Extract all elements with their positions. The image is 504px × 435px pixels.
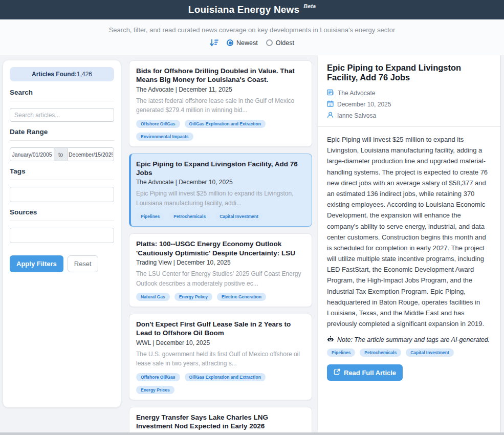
detail-source: The Advocate bbox=[338, 90, 375, 97]
sources-heading: Sources bbox=[10, 208, 114, 216]
newspaper-icon bbox=[327, 89, 334, 97]
tag-pill: Natural Gas bbox=[136, 293, 170, 301]
filters-sidebar: Articles Found:1,426 Search Date Range t… bbox=[3, 60, 121, 407]
tags-heading: Tags bbox=[10, 167, 114, 175]
divider bbox=[10, 180, 114, 180]
articles-found-count: 1,426 bbox=[77, 71, 92, 78]
articles-found-badge: Articles Found:1,426 bbox=[10, 67, 114, 81]
article-title: Energy Transfer Says Lake Charles LNG In… bbox=[136, 413, 305, 431]
article-detail-panel: Epic Piping to Expand Livingston Facilit… bbox=[317, 55, 501, 435]
article-meta: Trading View | December 10, 2025 bbox=[136, 259, 305, 266]
tag-pill: Environmental Impacts bbox=[136, 133, 193, 141]
article-card[interactable]: Epic Piping to Expand Livingston Facilit… bbox=[129, 154, 312, 227]
sort-controls: Newest Oldest bbox=[0, 39, 504, 47]
tag-pill: Petrochemicals bbox=[360, 349, 401, 357]
detail-author: Ianne Salvosa bbox=[337, 112, 376, 119]
detail-summary: Epic Piping will invest $25 million to e… bbox=[327, 134, 492, 329]
tag-pill: Petrochemicals bbox=[169, 212, 210, 221]
search-heading: Search bbox=[10, 89, 114, 96]
tag-pill: Capital Investment bbox=[406, 349, 454, 357]
reset-button[interactable]: Reset bbox=[68, 255, 98, 272]
sort-descending-icon bbox=[210, 39, 218, 47]
article-tags: Offshore Oil/GasOil/Gas Exploration and … bbox=[136, 120, 305, 141]
article-title: Don't Expect First Gulf Lease Sale in 2 … bbox=[136, 320, 305, 338]
detail-tags: PipelinesPetrochemicalsCapital Investmen… bbox=[327, 349, 492, 357]
read-full-article-button[interactable]: Read Full Article bbox=[327, 364, 403, 381]
sources-input[interactable] bbox=[10, 228, 114, 243]
article-title: Platts: 100--USGC Energy Economy Outlook… bbox=[136, 240, 305, 257]
article-title: Epic Piping to Expand Livingston Facilit… bbox=[136, 160, 305, 178]
article-card[interactable]: Bids for Offshore Drilling Doubled in Va… bbox=[129, 60, 312, 147]
robot-icon bbox=[327, 336, 334, 344]
tag-pill: Offshore Oil/Gas bbox=[136, 120, 180, 128]
tag-pill: Oil/Gas Exploration and Extraction bbox=[185, 120, 266, 128]
person-icon bbox=[327, 112, 334, 120]
article-excerpt: The LSU Center for Energy Studies' 2025 … bbox=[136, 269, 305, 288]
divider bbox=[10, 101, 114, 101]
detail-title: Epic Piping to Expand Livingston Facilit… bbox=[327, 63, 492, 82]
article-excerpt: The U.S. government held its first Gulf … bbox=[136, 350, 305, 368]
app-header: Louisiana Energy News Beta bbox=[0, 0, 504, 19]
tag-pill: Oil/Gas Exploration and Extraction bbox=[185, 373, 266, 381]
divider bbox=[318, 126, 500, 127]
date-range-heading: Date Range bbox=[10, 128, 114, 136]
tag-pill: Offshore Oil/Gas bbox=[136, 373, 180, 381]
article-card[interactable]: Don't Expect First Gulf Lease Sale in 2 … bbox=[129, 314, 312, 400]
detail-author-row: Ianne Salvosa bbox=[327, 112, 492, 120]
tag-pill: Pipelines bbox=[327, 349, 355, 357]
ai-note-row: Note: The article summary and tags are A… bbox=[327, 336, 492, 344]
detail-date-row: December 10, 2025 bbox=[327, 100, 492, 108]
article-card[interactable]: Platts: 100--USGC Energy Economy Outlook… bbox=[129, 233, 312, 307]
article-tags: Natural GasEnergy PolicyElectric Generat… bbox=[136, 293, 305, 301]
date-from-input[interactable] bbox=[10, 147, 54, 161]
divider bbox=[10, 140, 114, 141]
detail-date: December 10, 2025 bbox=[337, 101, 391, 108]
date-range-row: to bbox=[10, 147, 114, 161]
search-input[interactable] bbox=[10, 108, 114, 122]
sort-oldest-label: Oldest bbox=[276, 39, 294, 47]
article-tags: Offshore Oil/GasOil/Gas Exploration and … bbox=[136, 373, 305, 394]
article-tags: PipelinesPetrochemicalsCapital Investmen… bbox=[136, 212, 305, 221]
read-full-article-label: Read Full Article bbox=[344, 369, 396, 377]
article-excerpt: The latest federal offshore lease sale i… bbox=[136, 96, 305, 115]
sort-newest-label: Newest bbox=[236, 39, 258, 47]
radio-selected-icon bbox=[227, 39, 233, 46]
tag-pill: Electric Generation bbox=[217, 293, 266, 301]
article-card[interactable]: Energy Transfer Says Lake Charles LNG In… bbox=[129, 407, 312, 435]
date-to-label: to bbox=[54, 147, 67, 161]
article-title: Bids for Offshore Drilling Doubled in Va… bbox=[136, 67, 305, 84]
radio-unselected-icon bbox=[266, 39, 273, 46]
intro-section: Search, filter, and read curated news co… bbox=[0, 19, 504, 55]
article-list: Bids for Offshore Drilling Doubled in Va… bbox=[129, 60, 312, 435]
filter-buttons-row: Apply Filters Reset bbox=[10, 255, 114, 272]
tag-pill: Pipelines bbox=[136, 212, 164, 221]
article-excerpt: Epic Piping will invest $25 million to e… bbox=[136, 189, 305, 208]
external-link-icon bbox=[334, 368, 340, 377]
sort-oldest-radio[interactable]: Oldest bbox=[266, 39, 294, 47]
articles-found-label: Articles Found: bbox=[32, 71, 77, 78]
apply-filters-button[interactable]: Apply Filters bbox=[10, 255, 63, 272]
article-meta: The Advocate | December 10, 2025 bbox=[136, 179, 305, 186]
tag-pill: Energy Policy bbox=[174, 293, 212, 301]
article-meta: WWL | December 10, 2025 bbox=[136, 339, 305, 346]
app-subtitle: Search, filter, and read curated news co… bbox=[0, 26, 504, 34]
ai-note-text: Note: The article summary and tags are A… bbox=[337, 336, 490, 343]
tags-input[interactable] bbox=[10, 187, 114, 202]
sort-newest-radio[interactable]: Newest bbox=[227, 39, 258, 47]
tag-pill: Capital Investment bbox=[215, 212, 263, 221]
calendar-icon bbox=[327, 100, 334, 108]
app-title: Louisiana Energy News bbox=[188, 4, 300, 15]
date-to-input[interactable] bbox=[67, 147, 114, 161]
detail-source-row: The Advocate bbox=[327, 89, 492, 97]
article-meta: The Advocate | December 11, 2025 bbox=[136, 86, 305, 93]
tag-pill: Energy Prices bbox=[136, 386, 174, 394]
main-content: Articles Found:1,426 Search Date Range t… bbox=[0, 55, 504, 435]
beta-badge: Beta bbox=[303, 3, 316, 9]
bottom-scrollbar-track[interactable] bbox=[0, 432, 504, 435]
divider bbox=[10, 221, 114, 221]
